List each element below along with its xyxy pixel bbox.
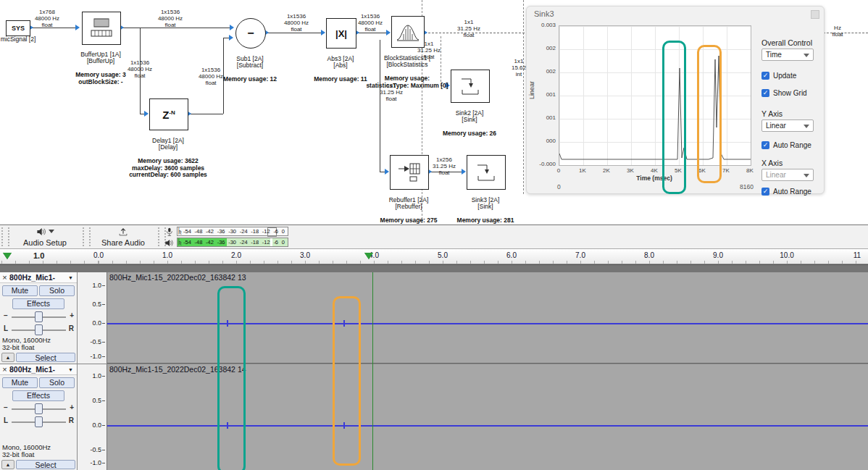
- scale-tick: -1.0: [90, 353, 105, 360]
- bufferup-caption: BufferUp1 [1A] [BufferUp]: [60, 51, 141, 65]
- vertical-scale-ruler[interactable]: 1.0 0.5 0.0 -0.5 -1.0: [78, 364, 107, 470]
- chevron-down-icon: [49, 230, 54, 233]
- select-button[interactable]: Select: [16, 460, 75, 469]
- y-tick: 001: [534, 91, 556, 98]
- mute-button[interactable]: Mute: [2, 285, 38, 296]
- y-axis-heading: Y Axis: [761, 109, 783, 118]
- x-scale-value: Linear: [766, 171, 786, 179]
- solo-button[interactable]: Solo: [39, 377, 75, 388]
- y-auto-range-checkbox[interactable]: Auto Range: [761, 138, 811, 151]
- audio-track-1: 800Hz_Mic1- Mute Solo Effects – + L R: [0, 272, 868, 364]
- scale-tick: 1.0: [92, 372, 105, 379]
- collapse-up-icon[interactable]: [1, 460, 14, 469]
- close-icon[interactable]: [0, 365, 9, 374]
- port-arrow-icon: [75, 25, 80, 30]
- bufferup-icon: [88, 17, 114, 39]
- block-bufferup[interactable]: [82, 12, 121, 45]
- timeline-scrub-zone[interactable]: [0, 264, 868, 272]
- y-scale-value: Linear: [766, 122, 786, 130]
- sink-icon: [459, 75, 481, 98]
- close-icon[interactable]: [811, 10, 819, 19]
- audio-setup-button[interactable]: Audio Setup: [10, 226, 80, 248]
- playback-meter[interactable]: L R -54-48-42-36-30-24-18-12-60: [177, 238, 288, 247]
- recording-meter[interactable]: L R -54-48-42-36-30-24-18-12-60: [177, 227, 288, 236]
- scale-tick: 1.0: [92, 282, 105, 289]
- block-rebuffer[interactable]: [390, 155, 429, 190]
- effects-button[interactable]: Effects: [12, 390, 64, 401]
- pan-slider[interactable]: L R: [0, 324, 78, 335]
- audacity-window: Audio Setup Share Audio L R -54-48-42-36…: [0, 224, 868, 470]
- block-blockstatistics[interactable]: [391, 16, 425, 48]
- block-sink3[interactable]: [467, 155, 506, 190]
- track-name[interactable]: 800Hz_Mic1-: [9, 273, 68, 282]
- x-axis-heading: X Axis: [761, 159, 783, 167]
- timeline-ruler[interactable]: 1.0 0.0 1.0 2.0 3.0 4.0 5.0 6.0 7.0 8.0 …: [0, 249, 868, 264]
- designer-canvas[interactable]: 1x768 48000 Hz float 1x1536 48000 Hz flo…: [0, 0, 868, 224]
- x-tick: 0: [550, 167, 567, 174]
- annotation-box-orange: [697, 45, 722, 183]
- vertical-scale-ruler[interactable]: 1.0 0.5 0.0 -0.5 -1.0: [78, 272, 107, 364]
- block-subtract[interactable]: −: [235, 18, 266, 49]
- slider-thumb[interactable]: [35, 324, 43, 335]
- port-arrow-icon: [144, 111, 149, 117]
- y-scale-dropdown[interactable]: Linear: [761, 119, 814, 132]
- gain-slider[interactable]: – +: [0, 403, 78, 414]
- show-grid-label: Show Grid: [773, 89, 807, 97]
- toolbar-grip[interactable]: [83, 227, 91, 246]
- share-audio-button[interactable]: Share Audio: [91, 226, 155, 248]
- gain-slider[interactable]: – +: [0, 311, 78, 322]
- port-arrow-icon: [321, 30, 325, 35]
- block-sink2[interactable]: [451, 70, 490, 103]
- checkmark-icon: [761, 89, 769, 97]
- port-arrow-icon: [229, 35, 233, 41]
- green-triangle-pin-icon[interactable]: [364, 253, 373, 259]
- dashed-separator: [523, 0, 524, 194]
- wire: [187, 114, 223, 114]
- collapse-up-icon[interactable]: [1, 353, 14, 362]
- time-tick: 2.0: [231, 251, 241, 259]
- checkmark-icon: [761, 141, 769, 149]
- plot-area[interactable]: [559, 25, 751, 166]
- track-header[interactable]: 800Hz_Mic1-: [0, 364, 77, 375]
- ruler-left-label: 1.0: [33, 251, 44, 260]
- x-tick: 3K: [622, 167, 639, 174]
- block-caption: BlockStatistics1 [ [BlockStatistics Memo…: [361, 48, 454, 96]
- trace: [559, 26, 751, 165]
- time-tick: 8.0: [644, 251, 654, 259]
- sys-caption: micSignal [2]: [0, 36, 36, 43]
- playhead-line[interactable]: [372, 272, 373, 470]
- display-mode-dropdown[interactable]: Time: [761, 49, 814, 61]
- pan-slider[interactable]: L R: [0, 416, 78, 427]
- gain-minus-label: –: [4, 403, 8, 411]
- effects-button[interactable]: Effects: [12, 298, 64, 309]
- slider-thumb[interactable]: [35, 311, 43, 322]
- slider-thumb[interactable]: [35, 416, 43, 427]
- annotation-box-orange: [333, 296, 361, 466]
- toolbar-grip[interactable]: [1, 227, 9, 246]
- chevron-down-icon[interactable]: [68, 367, 77, 372]
- solo-button[interactable]: Solo: [39, 285, 75, 296]
- wire-label: Hz float: [823, 25, 852, 38]
- update-checkbox[interactable]: Update: [761, 69, 796, 82]
- upload-icon: [118, 227, 128, 237]
- block-delay[interactable]: Z-N: [149, 98, 188, 130]
- chevron-down-icon: [804, 125, 809, 128]
- subtract-caption: Sub1 [2A] [Subtract]: [221, 56, 279, 70]
- show-grid-checkbox[interactable]: Show Grid: [761, 86, 807, 99]
- pan-left-label: L: [4, 324, 8, 332]
- slider-thumb[interactable]: [35, 403, 43, 414]
- x-scale-dropdown[interactable]: Linear: [761, 169, 814, 181]
- checkmark-icon: [761, 188, 769, 196]
- block-sys[interactable]: SYS: [6, 20, 30, 36]
- close-icon[interactable]: [0, 273, 9, 282]
- x-auto-range-checkbox[interactable]: Auto Range: [761, 185, 811, 198]
- green-triangle-pin-icon[interactable]: [3, 253, 12, 259]
- chevron-down-icon[interactable]: [68, 275, 77, 280]
- track-name[interactable]: 800Hz_Mic1-: [9, 365, 68, 374]
- mute-button[interactable]: Mute: [2, 377, 38, 388]
- select-button[interactable]: Select: [16, 353, 75, 362]
- scale-tick: -0.5: [90, 446, 105, 453]
- block-abs[interactable]: |X|: [326, 18, 356, 49]
- track-header[interactable]: 800Hz_Mic1-: [0, 272, 77, 283]
- y-tick: 002: [534, 68, 556, 75]
